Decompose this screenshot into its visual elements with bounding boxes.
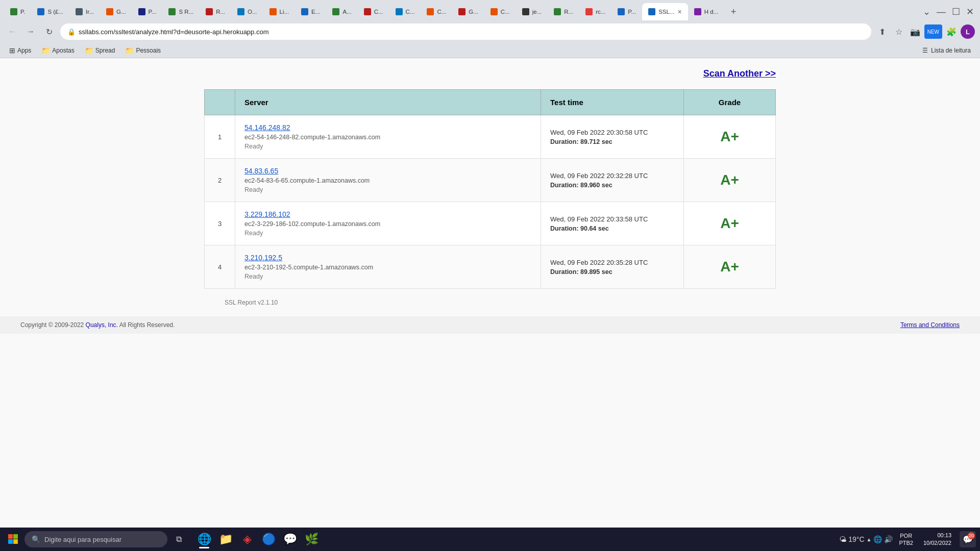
content-wrapper: Scan Another >> Server Test time Grade 1… xyxy=(184,68,796,316)
tab-14[interactable]: C... xyxy=(421,3,452,20)
bookmark-spread[interactable]: 📁 Spread xyxy=(81,45,119,56)
tab-5[interactable]: P... xyxy=(132,3,163,20)
scan-another-link[interactable]: Scan Another >> xyxy=(703,68,776,79)
page-footer: Copyright © 2009-2022 Qualys, Inc. All R… xyxy=(0,316,980,334)
test-time-main-3: Wed, 09 Feb 2022 20:33:58 UTC xyxy=(550,215,674,223)
terms-link[interactable]: Terms and Conditions xyxy=(900,321,960,329)
server-ip-link-4[interactable]: 3.210.192.5 xyxy=(244,254,531,262)
tab-7[interactable]: R... xyxy=(200,3,231,20)
share-button[interactable]: ⬆ xyxy=(875,24,890,39)
extensions-button[interactable]: 🧩 xyxy=(944,24,959,39)
row-grade-4: A+ xyxy=(684,245,776,289)
tab-20[interactable]: P... xyxy=(611,3,642,20)
folder-icon-2: 📁 xyxy=(85,46,93,55)
chrome-icon: 🌐 xyxy=(198,533,211,546)
discord-icon: 💬 xyxy=(283,533,297,546)
tab-overflow-menu[interactable]: ⌄ — ☐ ✕ xyxy=(921,4,976,19)
notification-button[interactable]: 💬 20 xyxy=(960,531,976,547)
table-row: 1 54.146.248.82 ec2-54-146-248-82.comput… xyxy=(205,115,776,159)
maximize-icon[interactable]: ☐ xyxy=(950,4,962,19)
apps-label: Apps xyxy=(17,47,31,54)
server-status-1: Ready xyxy=(244,143,263,150)
main-content: Scan Another >> Server Test time Grade 1… xyxy=(0,58,980,528)
tab-4[interactable]: G... xyxy=(100,3,132,20)
minimize-icon[interactable]: — xyxy=(935,5,948,19)
bookmarks-apps[interactable]: ⊞ Apps xyxy=(5,45,35,56)
taskbar-app-green[interactable]: 🌿 xyxy=(301,529,322,549)
tab-ssl-active[interactable]: SSL... × xyxy=(642,3,688,20)
profile-avatar[interactable]: L xyxy=(961,24,975,39)
row-testtime-2: Wed, 09 Feb 2022 20:32:28 UTC Duration: … xyxy=(541,159,684,202)
row-testtime-3: Wed, 09 Feb 2022 20:33:58 UTC Duration: … xyxy=(541,202,684,245)
taskbar-app-discord[interactable]: 💬 xyxy=(280,529,300,549)
address-actions: ⬆ ☆ 📷 NEW 🧩 L xyxy=(875,24,975,39)
col-header-grade: Grade xyxy=(684,90,776,115)
extension-camera-button[interactable]: 📷 xyxy=(908,24,922,39)
reload-button[interactable]: ↻ xyxy=(42,24,56,39)
close-window-icon[interactable]: ✕ xyxy=(964,4,976,19)
clock-date: 10/02/2022 xyxy=(923,539,951,547)
row-testtime-1: Wed, 09 Feb 2022 20:30:58 UTC Duration: … xyxy=(541,115,684,159)
qualys-link[interactable]: Qualys, Inc. xyxy=(86,321,118,329)
windows-logo-icon xyxy=(8,534,18,544)
bookmark-apostas[interactable]: 📁 Apostas xyxy=(37,45,78,56)
folder-icon: 📁 xyxy=(41,46,50,55)
taskbar-app-colorapp[interactable]: ◈ xyxy=(237,529,257,549)
tab-8[interactable]: O... xyxy=(231,3,263,20)
bookmark-star-button[interactable]: ☆ xyxy=(892,24,906,39)
tab-16[interactable]: C... xyxy=(484,3,516,20)
taskbar-search-text: Digite aqui para pesquisar xyxy=(44,536,121,543)
row-server-2: 54.83.6.65 ec2-54-83-6-65.compute-1.amaz… xyxy=(235,159,541,202)
tab-12[interactable]: C... xyxy=(358,3,389,20)
active-indicator xyxy=(199,547,209,548)
new-tab-button[interactable]: + xyxy=(726,5,741,19)
grade-value-3: A+ xyxy=(693,215,766,232)
folder-icon-3: 📁 xyxy=(125,46,134,55)
taskbar-app-browser2[interactable]: 🔵 xyxy=(258,529,279,549)
bookmark-apostas-label: Apostas xyxy=(52,47,74,54)
forward-button[interactable]: → xyxy=(23,24,38,39)
bookmark-pessoais[interactable]: 📁 Pessoais xyxy=(121,45,165,56)
address-bar: ← → ↻ 🔒 ssllabs.com/ssltest/analyze.html… xyxy=(0,20,980,43)
reading-list[interactable]: ☰ Lista de leitura xyxy=(918,46,975,55)
notification-badge: 20 xyxy=(968,532,975,539)
back-button[interactable]: ← xyxy=(5,24,19,39)
grade-value-2: A+ xyxy=(693,172,766,188)
tab-13[interactable]: C... xyxy=(389,3,421,20)
server-ip-link-2[interactable]: 54.83.6.65 xyxy=(244,167,531,175)
bookmark-pessoais-label: Pessoais xyxy=(136,47,161,54)
address-field[interactable]: 🔒 ssllabs.com/ssltest/analyze.html?d=deu… xyxy=(60,23,871,40)
new-badge-button[interactable]: NEW xyxy=(924,24,942,39)
row-grade-2: A+ xyxy=(684,159,776,202)
tab-11[interactable]: A... xyxy=(326,3,357,20)
start-button[interactable] xyxy=(4,530,22,548)
taskbar-search[interactable]: 🔍 Digite aqui para pesquisar xyxy=(24,531,167,547)
clock-time: 00:13 xyxy=(923,532,951,539)
taskbar-clock[interactable]: 00:13 10/02/2022 xyxy=(919,532,955,547)
tab-19[interactable]: rc... xyxy=(579,3,611,20)
taskbar-language[interactable]: POR PTB2 xyxy=(897,532,915,547)
taskbar-app-chrome[interactable]: 🌐 xyxy=(194,529,214,549)
chevron-down-icon: ⌄ xyxy=(921,4,933,19)
tab-3[interactable]: Ir... xyxy=(69,3,100,20)
tab-15[interactable]: G... xyxy=(452,3,484,20)
server-ip-link-3[interactable]: 3.229.186.102 xyxy=(244,210,531,218)
tab-2[interactable]: S (£... xyxy=(31,3,69,20)
test-time-main-4: Wed, 09 Feb 2022 20:35:28 UTC xyxy=(550,259,674,266)
tab-1[interactable]: P. xyxy=(4,3,31,20)
chevron-up-icon[interactable]: ▲ xyxy=(867,537,872,542)
tab-6[interactable]: S R... xyxy=(162,3,200,20)
taskbar-app-filemanager[interactable]: 📁 xyxy=(215,529,236,549)
svg-rect-1 xyxy=(13,534,18,539)
tab-10[interactable]: E... xyxy=(295,3,326,20)
server-ip-link-1[interactable]: 54.146.248.82 xyxy=(244,123,531,132)
lang-secondary: PTB2 xyxy=(899,539,913,546)
tab-9[interactable]: Li... xyxy=(263,3,296,20)
test-duration-2: Duration: 89.960 sec xyxy=(550,182,674,189)
tab-18[interactable]: R... xyxy=(548,3,579,20)
tab-22[interactable]: H d... xyxy=(688,3,724,20)
tab-close-icon[interactable]: × xyxy=(677,8,681,16)
tab-17[interactable]: je... xyxy=(516,3,548,20)
report-version: SSL Report v2.1.10 xyxy=(225,299,278,306)
task-view-button[interactable]: ⧉ xyxy=(169,530,188,548)
